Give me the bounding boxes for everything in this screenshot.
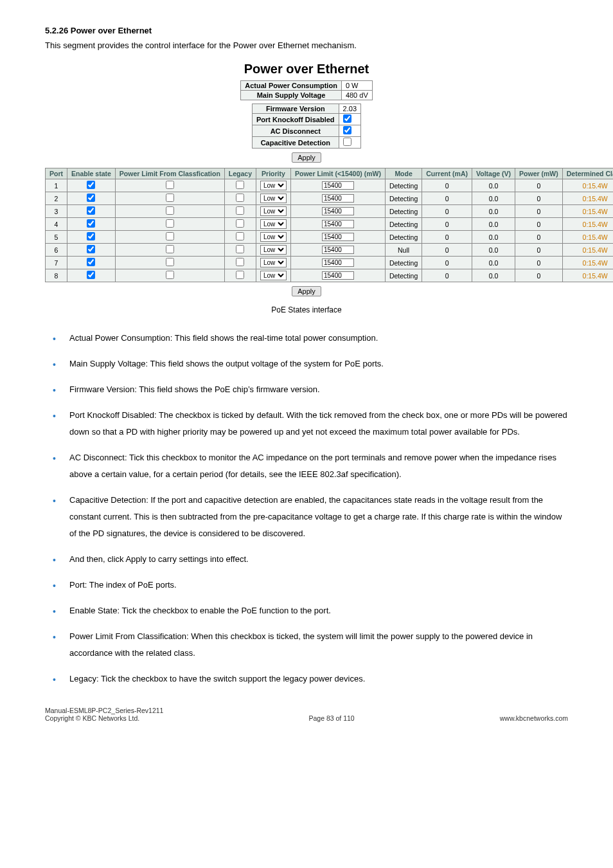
cell-mode: Detecting <box>385 218 422 231</box>
actual-power-label: Actual Power Consumption <box>241 81 342 91</box>
col-plfc: Power Limit From Classfication <box>115 168 224 179</box>
list-item: Main Supply Voltage: This field shows th… <box>45 356 568 372</box>
actual-power-value: 0 W <box>341 81 372 91</box>
col-mode: Mode <box>385 168 422 179</box>
plfc-checkbox[interactable] <box>166 181 174 189</box>
power-limit-input[interactable] <box>322 194 354 203</box>
enable-checkbox[interactable] <box>87 245 95 253</box>
legacy-checkbox[interactable] <box>236 232 244 240</box>
power-limit-input[interactable] <box>322 207 354 215</box>
cell-power: 0 <box>515 257 563 269</box>
priority-select[interactable]: Low <box>260 258 287 267</box>
list-item: Power Limit From Classification: When th… <box>45 628 568 662</box>
plfc-checkbox[interactable] <box>166 232 174 240</box>
list-item: AC Disconnect: Tick this checkbox to mon… <box>45 449 568 483</box>
cell-detclass: 0:15.4W <box>562 205 613 218</box>
apply-button-bottom[interactable]: Apply <box>292 286 321 296</box>
knockoff-checkbox[interactable] <box>343 114 351 123</box>
table-row: 4LowDetecting00.000:15.4W <box>46 218 614 231</box>
priority-select[interactable]: Low <box>260 271 287 280</box>
cell-mode: Detecting <box>385 257 422 269</box>
poe-title: Power over Ethernet <box>45 62 568 77</box>
legacy-checkbox[interactable] <box>236 206 244 215</box>
bullet-list: Actual Power Consumption: This field sho… <box>45 330 568 687</box>
legacy-checkbox[interactable] <box>236 258 244 266</box>
apply-button-top[interactable]: Apply <box>292 152 321 163</box>
list-item: Enable State: Tick the checkbox to enabl… <box>45 602 568 619</box>
plfc-checkbox[interactable] <box>166 219 174 228</box>
knockoff-label: Port Knockoff Disabled <box>252 114 339 125</box>
cell-power: 0 <box>515 218 563 231</box>
footer-url: www.kbcnetworks.com <box>500 714 568 722</box>
cell-voltage: 0.0 <box>472 269 515 282</box>
cell-port: 4 <box>46 218 67 231</box>
cell-power: 0 <box>515 269 563 282</box>
legacy-checkbox[interactable] <box>236 219 244 228</box>
priority-select[interactable]: Low <box>260 206 287 216</box>
priority-select[interactable]: Low <box>260 194 287 203</box>
legacy-checkbox[interactable] <box>236 245 244 253</box>
list-item: Port: The index of PoE ports. <box>45 577 568 593</box>
cell-current: 0 <box>422 244 472 257</box>
cell-current: 0 <box>422 269 472 282</box>
cell-port: 8 <box>46 269 67 282</box>
cell-port: 1 <box>46 179 67 192</box>
cell-voltage: 0.0 <box>472 244 515 257</box>
cell-power: 0 <box>515 192 563 205</box>
list-item: Legacy: Tick the checkbox to have the sw… <box>45 671 568 687</box>
power-limit-input[interactable] <box>322 246 354 254</box>
enable-checkbox[interactable] <box>87 271 95 279</box>
col-power-limit: Power Limit (<15400) (mW) <box>291 168 386 179</box>
enable-checkbox[interactable] <box>87 194 95 202</box>
capacitive-detection-label: Capacitive Detection <box>252 137 339 149</box>
power-limit-input[interactable] <box>322 233 354 241</box>
power-limit-input[interactable] <box>322 271 354 280</box>
page-footer: Manual-ESML8P-PC2_Series-Rev1211 Copyrig… <box>45 707 568 722</box>
col-legacy: Legacy <box>224 168 256 179</box>
power-info-table: Actual Power Consumption 0 W Main Supply… <box>240 80 373 100</box>
cell-detclass: 0:15.4W <box>562 192 613 205</box>
legacy-checkbox[interactable] <box>236 194 244 202</box>
power-limit-input[interactable] <box>322 220 354 228</box>
priority-select[interactable]: Low <box>260 232 287 242</box>
cell-detclass: 0:15.4W <box>562 244 613 257</box>
cell-voltage: 0.0 <box>472 257 515 269</box>
footer-copyright: Copyright © KBC Networks Ltd. <box>45 714 139 722</box>
plfc-checkbox[interactable] <box>166 271 174 279</box>
cell-mode: Detecting <box>385 205 422 218</box>
list-item: Capacitive Detection: If the port and ca… <box>45 492 568 542</box>
cell-detclass: 0:15.4W <box>562 179 613 192</box>
plfc-checkbox[interactable] <box>166 206 174 215</box>
col-power: Power (mW) <box>515 168 563 179</box>
footer-manual-id: Manual-ESML8P-PC2_Series-Rev1211 <box>45 707 163 714</box>
cell-port: 3 <box>46 205 67 218</box>
capacitive-detection-checkbox[interactable] <box>343 138 351 146</box>
power-limit-input[interactable] <box>322 181 354 190</box>
cell-mode: Null <box>385 244 422 257</box>
table-row: 7LowDetecting00.000:15.4W <box>46 257 614 269</box>
plfc-checkbox[interactable] <box>166 194 174 202</box>
ac-disconnect-label: AC Disconnect <box>252 125 339 137</box>
plfc-checkbox[interactable] <box>166 258 174 266</box>
enable-checkbox[interactable] <box>87 258 95 266</box>
list-item: Firmware Version: This field shows the P… <box>45 381 568 398</box>
priority-select[interactable]: Low <box>260 245 287 255</box>
enable-checkbox[interactable] <box>87 232 95 240</box>
enable-checkbox[interactable] <box>87 219 95 228</box>
power-limit-input[interactable] <box>322 258 354 267</box>
priority-select[interactable]: Low <box>260 219 287 229</box>
legacy-checkbox[interactable] <box>236 271 244 279</box>
table-row: 6LowNull00.000:15.4W <box>46 244 614 257</box>
priority-select[interactable]: Low <box>260 181 287 190</box>
enable-checkbox[interactable] <box>87 206 95 215</box>
plfc-checkbox[interactable] <box>166 245 174 253</box>
cell-voltage: 0.0 <box>472 192 515 205</box>
list-item: Port Knockoff Disabled: The checkbox is … <box>45 407 568 440</box>
ac-disconnect-checkbox[interactable] <box>343 126 351 134</box>
cell-mode: Detecting <box>385 192 422 205</box>
legacy-checkbox[interactable] <box>236 181 244 189</box>
cell-current: 0 <box>422 231 472 244</box>
section-heading: 5.2.26 Power over Ethernet <box>45 26 568 35</box>
col-current: Current (mA) <box>422 168 472 179</box>
enable-checkbox[interactable] <box>87 181 95 189</box>
